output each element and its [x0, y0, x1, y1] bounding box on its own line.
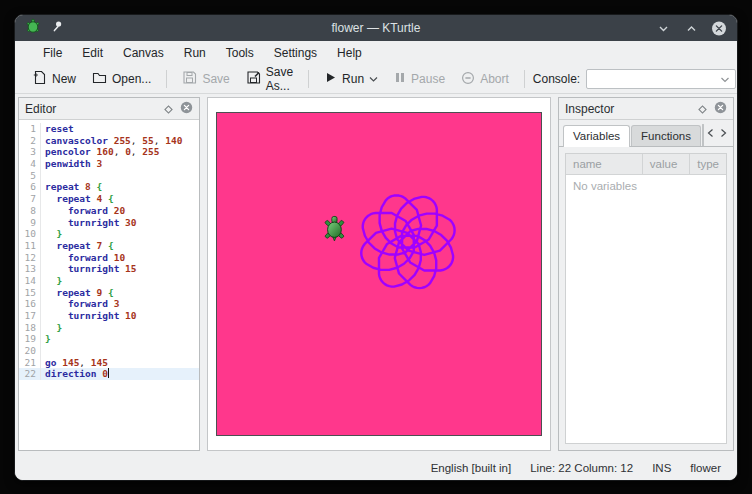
code-editor[interactable]: 1reset2canvascolor 255, 55, 1403pencolor…: [19, 120, 199, 450]
code-text: forward 10: [41, 252, 125, 264]
code-line-13[interactable]: 13 turnright 15: [19, 263, 199, 275]
inspector-float-icon[interactable]: [698, 100, 707, 118]
code-line-2[interactable]: 2canvascolor 255, 55, 140: [19, 135, 199, 147]
code-text: turnright 15: [41, 263, 137, 275]
code-text: repeat 4 {: [41, 193, 114, 205]
code-text: repeat 7 {: [41, 240, 114, 252]
code-text: direction 0: [41, 368, 109, 380]
code-line-21[interactable]: 21go 145, 145: [19, 357, 199, 369]
line-number: 6: [19, 181, 41, 193]
line-number: 10: [19, 228, 41, 240]
save-button[interactable]: Save: [175, 67, 236, 91]
line-number: 18: [19, 322, 41, 334]
code-line-11[interactable]: 11 repeat 7 {: [19, 240, 199, 252]
code-line-17[interactable]: 17 turnright 10: [19, 310, 199, 322]
code-text: }: [41, 228, 62, 240]
minimize-button[interactable]: [655, 20, 671, 36]
menu-canvas[interactable]: Canvas: [113, 43, 174, 63]
new-button[interactable]: New: [25, 67, 83, 91]
pin-icon[interactable]: [50, 19, 64, 37]
open-button-label: Open...: [112, 72, 151, 86]
code-line-6[interactable]: 6repeat 8 {: [19, 181, 199, 193]
console-label: Console:: [533, 72, 580, 86]
kturtle-window: flower — KTurtle FileEditCanvasRunToolsS…: [14, 14, 738, 481]
status-item-1: Line: 22 Column: 12: [530, 462, 633, 474]
editor-float-icon[interactable]: [164, 100, 173, 118]
editor-close-icon[interactable]: [180, 100, 193, 118]
tabs-scroll-right-icon[interactable]: [720, 124, 727, 142]
code-line-18[interactable]: 18 }: [19, 322, 199, 334]
code-line-7[interactable]: 7 repeat 4 {: [19, 193, 199, 205]
menu-run[interactable]: Run: [174, 43, 216, 63]
run-button[interactable]: Run: [317, 68, 385, 90]
code-line-16[interactable]: 16 forward 3: [19, 298, 199, 310]
save-as-button[interactable]: Save As...: [239, 62, 300, 96]
line-number: 9: [19, 217, 41, 229]
titlebar: flower — KTurtle: [15, 15, 737, 41]
tab-stub[interactable]: [702, 124, 704, 146]
code-line-15[interactable]: 15 repeat 9 {: [19, 287, 199, 299]
maximize-button[interactable]: [683, 20, 699, 36]
toolbar-separator: [166, 70, 167, 88]
code-line-14[interactable]: 14 }: [19, 275, 199, 287]
turtle-canvas: [216, 112, 542, 436]
menu-file[interactable]: File: [33, 43, 72, 63]
statusbar: English [built in]Line: 22 Column: 12INS…: [15, 456, 737, 480]
new-button-label: New: [52, 72, 76, 86]
combo-chevron-down-icon[interactable]: [720, 70, 730, 88]
abort-button-label: Abort: [480, 72, 509, 86]
code-line-3[interactable]: 3pencolor 160, 0, 255: [19, 146, 199, 158]
column-header-value: value: [643, 154, 690, 174]
code-line-9[interactable]: 9 turnright 30: [19, 217, 199, 229]
line-number: 7: [19, 193, 41, 205]
line-number: 21: [19, 357, 41, 369]
app-turtle-icon: [25, 18, 41, 38]
code-text: }: [41, 333, 51, 345]
save-as-icon: [246, 70, 261, 88]
save-button-label: Save: [202, 72, 229, 86]
inspector-close-icon[interactable]: [714, 100, 727, 118]
tabs-scroll-left-icon[interactable]: [707, 124, 714, 142]
toolbar-separator: [524, 70, 525, 88]
inspector-body: namevaluetype No variables: [559, 147, 733, 450]
code-line-19[interactable]: 19}: [19, 333, 199, 345]
status-item-0: English [built in]: [431, 462, 512, 474]
run-dropdown-chevron-icon[interactable]: [369, 72, 378, 86]
turtle-sprite: [325, 216, 344, 241]
code-text: forward 20: [41, 205, 125, 217]
code-line-12[interactable]: 12 forward 10: [19, 252, 199, 264]
code-line-22[interactable]: 22direction 0: [19, 368, 199, 380]
menu-edit[interactable]: Edit: [72, 43, 113, 63]
code-line-10[interactable]: 10 }: [19, 228, 199, 240]
menu-help[interactable]: Help: [327, 43, 372, 63]
menu-tools[interactable]: Tools: [216, 43, 264, 63]
text-cursor: [108, 368, 109, 378]
code-text: }: [41, 322, 62, 334]
code-line-1[interactable]: 1reset: [19, 123, 199, 135]
open-folder-icon: [92, 70, 107, 88]
console-input[interactable]: [586, 69, 736, 89]
column-header-type: type: [690, 154, 726, 174]
code-line-20[interactable]: 20: [19, 345, 199, 357]
line-number: 11: [19, 240, 41, 252]
code-line-4[interactable]: 4penwidth 3: [19, 158, 199, 170]
pause-button-label: Pause: [411, 72, 445, 86]
line-number: 12: [19, 252, 41, 264]
save-as-button-label: Save As...: [266, 65, 293, 93]
open-button[interactable]: Open...: [85, 67, 158, 91]
tab-functions[interactable]: Functions: [631, 125, 701, 146]
line-number: 5: [19, 170, 41, 182]
editor-panel-title: Editor: [25, 102, 56, 116]
code-text: turnright 10: [41, 310, 137, 322]
abort-button[interactable]: Abort: [454, 68, 516, 91]
close-button[interactable]: [711, 20, 727, 36]
code-line-8[interactable]: 8 forward 20: [19, 205, 199, 217]
menu-settings[interactable]: Settings: [264, 43, 327, 63]
line-number: 19: [19, 333, 41, 345]
variables-table-body: No variables: [566, 175, 726, 443]
pause-button[interactable]: Pause: [387, 68, 452, 90]
tab-variables[interactable]: Variables: [563, 125, 630, 147]
code-line-5[interactable]: 5: [19, 170, 199, 182]
abort-icon: [461, 71, 475, 88]
status-item-2: INS: [652, 462, 671, 474]
